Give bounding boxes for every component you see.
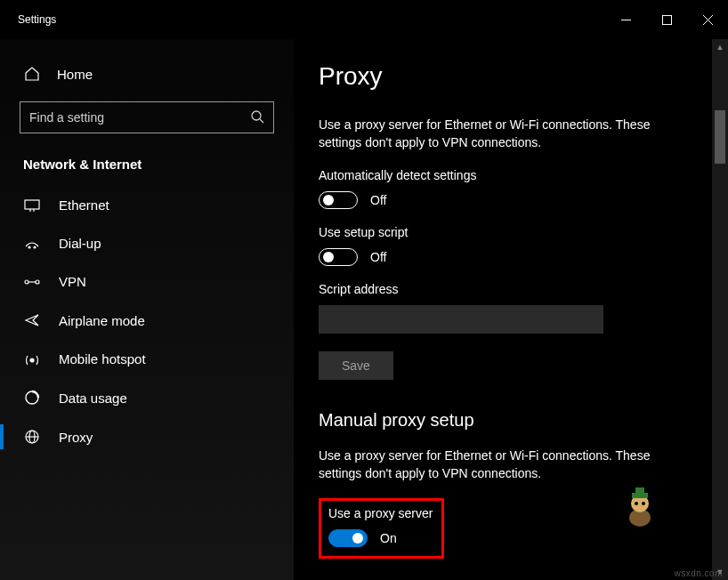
svg-point-14: [30, 358, 34, 362]
sidebar-item-label: Data usage: [59, 391, 127, 406]
vertical-scrollbar[interactable]: ▲ ▼: [712, 39, 728, 580]
home-label: Home: [57, 67, 93, 82]
maximize-icon: [662, 15, 672, 25]
scroll-thumb[interactable]: [715, 110, 725, 164]
search-icon: [250, 109, 264, 126]
ethernet-icon: [23, 199, 41, 212]
content: Proxy Use a proxy server for Ethernet or…: [294, 39, 712, 580]
watermark-text: wsxdn.com: [674, 568, 723, 578]
globe-icon: [23, 429, 41, 445]
svg-point-9: [28, 246, 30, 248]
save-button[interactable]: Save: [319, 351, 393, 380]
data-usage-icon: [23, 390, 41, 406]
page-title: Proxy: [319, 62, 680, 91]
auto-detect-state: Off: [370, 193, 386, 207]
sidebar-item-label: Dial-up: [59, 236, 101, 251]
sidebar: Home Network & Internet Ethernet: [0, 39, 294, 580]
sidebar-item-dialup[interactable]: Dial-up: [0, 224, 294, 262]
search-input[interactable]: [29, 110, 250, 125]
svg-point-10: [34, 246, 36, 248]
sidebar-item-label: Airplane mode: [59, 313, 145, 328]
use-proxy-state: On: [380, 531, 397, 545]
window-body: Home Network & Internet Ethernet: [0, 39, 728, 580]
svg-point-24: [642, 502, 645, 505]
auto-detect-toggle[interactable]: [319, 191, 358, 209]
sidebar-item-label: Proxy: [59, 430, 93, 445]
scroll-up-arrow-icon[interactable]: ▲: [712, 39, 728, 55]
close-button[interactable]: [687, 5, 728, 34]
svg-point-23: [635, 502, 638, 505]
sidebar-item-airplane[interactable]: Airplane mode: [0, 301, 294, 340]
window-controls: [605, 5, 728, 34]
setup-script-row: Off: [319, 248, 680, 266]
window-title: Settings: [18, 13, 56, 26]
auto-detect-row: Off: [319, 191, 680, 209]
sidebar-item-datausage[interactable]: Data usage: [0, 378, 294, 417]
use-proxy-label: Use a proxy server: [328, 506, 433, 520]
script-address-input[interactable]: [319, 305, 603, 334]
sidebar-item-hotspot[interactable]: Mobile hotspot: [0, 340, 294, 378]
mascot-image: [621, 487, 659, 528]
use-proxy-highlight: Use a proxy server On: [319, 498, 444, 559]
setup-script-toggle[interactable]: [319, 248, 358, 266]
vpn-icon: [23, 276, 41, 288]
search-box[interactable]: [20, 101, 274, 133]
manual-proxy-heading: Manual proxy setup: [319, 410, 680, 431]
sidebar-nav: Ethernet Dial-up VPN: [0, 186, 294, 456]
svg-rect-6: [25, 200, 39, 209]
proxy-description-2: Use a proxy server for Ethernet or Wi-Fi…: [319, 447, 680, 483]
use-proxy-row: On: [328, 529, 433, 547]
sidebar-item-label: VPN: [59, 274, 86, 289]
sidebar-section-title: Network & Internet: [0, 149, 294, 186]
setup-script-label: Use setup script: [319, 225, 680, 239]
sidebar-item-vpn[interactable]: VPN: [0, 262, 294, 301]
svg-rect-22: [635, 487, 644, 495]
close-icon: [703, 15, 713, 25]
svg-point-4: [252, 111, 261, 120]
sidebar-item-label: Ethernet: [59, 197, 109, 213]
script-address-label: Script address: [319, 282, 680, 296]
content-wrap: Proxy Use a proxy server for Ethernet or…: [294, 39, 728, 580]
proxy-description-1: Use a proxy server for Ethernet or Wi-Fi…: [319, 116, 680, 152]
use-proxy-toggle[interactable]: [328, 529, 368, 547]
minimize-button[interactable]: [605, 5, 646, 34]
setup-script-state: Off: [370, 250, 386, 264]
svg-line-5: [260, 119, 263, 123]
svg-rect-1: [662, 15, 671, 24]
home-icon: [23, 66, 41, 82]
maximize-button[interactable]: [646, 5, 687, 34]
home-button[interactable]: Home: [0, 57, 294, 91]
svg-point-11: [25, 280, 28, 284]
dialup-icon: [23, 238, 41, 250]
titlebar: Settings: [0, 0, 728, 39]
auto-detect-label: Automatically detect settings: [319, 168, 680, 182]
minimize-icon: [621, 15, 631, 25]
settings-window: Settings Home: [0, 0, 728, 580]
sidebar-item-ethernet[interactable]: Ethernet: [0, 186, 294, 224]
svg-point-12: [36, 280, 39, 284]
hotspot-icon: [23, 352, 41, 367]
sidebar-item-proxy[interactable]: Proxy: [0, 417, 294, 456]
airplane-icon: [23, 312, 41, 328]
sidebar-item-label: Mobile hotspot: [59, 351, 146, 367]
